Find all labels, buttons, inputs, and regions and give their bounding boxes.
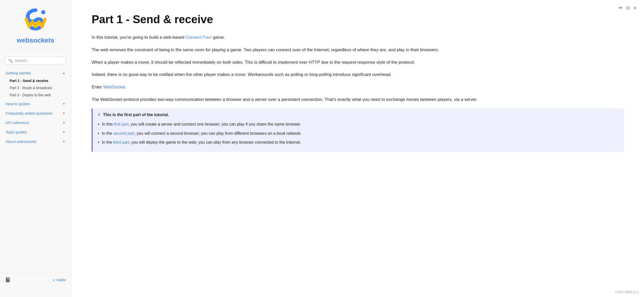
- nav-section-header-about[interactable]: About websockets ▼: [3, 137, 68, 146]
- page-title: Part 1 - Send & receive: [92, 13, 624, 26]
- search-placeholder-text: Search: [15, 58, 27, 63]
- search-icon: 🔍: [8, 59, 13, 63]
- note-item-3-before: In the: [102, 140, 113, 144]
- main-toolbar: ✏ ⊙ ≡: [619, 5, 636, 11]
- nav-section-topic: Topic guides ▼: [3, 128, 68, 136]
- sidebar-footer: 📓 v: stable: [0, 273, 71, 287]
- chevron-up-icon: ▲: [62, 71, 65, 75]
- paragraph-1: In this tutorial, you're going to build …: [92, 34, 624, 41]
- note-box-title: This is the first part of the tutorial.: [103, 113, 169, 117]
- content-body: In this tutorial, you're going to build …: [92, 34, 624, 152]
- paragraph-5: Enter WebSocket.: [92, 84, 624, 91]
- third-part-link[interactable]: third part: [113, 140, 129, 144]
- p5-text-after: .: [125, 85, 127, 89]
- first-part-link[interactable]: first part: [114, 122, 129, 126]
- p1-text-after: game.: [212, 35, 225, 40]
- chevron-down-icon-about: ▼: [62, 140, 65, 143]
- logo-text: websockets: [17, 36, 54, 44]
- connect-four-link[interactable]: Connect Four: [186, 35, 212, 40]
- note-box: ≡ This is the first part of the tutorial…: [92, 109, 624, 152]
- version-label: v: stable: [53, 278, 66, 282]
- note-item-2-after: , you will connect a second browser; you…: [134, 131, 302, 136]
- note-item-1: In this first part, you will create a se…: [98, 121, 619, 128]
- nav-section-header-api[interactable]: API reference ▼: [3, 118, 68, 127]
- logo-sockets: sockets: [30, 36, 54, 44]
- note-item-2-before: In the: [102, 131, 113, 136]
- nav-section-label-about: About websockets: [6, 139, 37, 144]
- note-list: In this first part, you will create a se…: [98, 121, 619, 146]
- chevron-down-icon-api: ▼: [62, 121, 65, 125]
- note-item-3: In the third part, you will deploy the g…: [98, 139, 619, 146]
- nav-section-header-getting-started[interactable]: Getting started ▲: [3, 69, 68, 77]
- coin-icon[interactable]: ⊙: [626, 5, 630, 11]
- edit-icon[interactable]: ✏: [619, 5, 623, 11]
- p5-text-before: Enter: [92, 85, 103, 89]
- paragraph-6: The WebSocket protocol provides two-way …: [92, 96, 624, 103]
- sidebar: websockets 🔍 Search Getting started ▲ Pa…: [0, 0, 71, 297]
- sidebar-nav: Getting started ▲ Part 1 - Send & receiv…: [0, 69, 71, 268]
- notebook-icon: 📓: [5, 277, 11, 283]
- chevron-down-icon-faq: ▼: [62, 112, 65, 115]
- nav-section-label-topic: Topic guides: [6, 130, 27, 134]
- paragraph-4: Indeed, there is no good way to be notif…: [92, 71, 624, 78]
- menu-icon[interactable]: ≡: [634, 5, 636, 11]
- logo-image: [22, 8, 50, 32]
- nav-section-label-faq: Frequently asked questions: [6, 111, 52, 115]
- note-icon: ≡: [98, 112, 101, 117]
- svg-point-0: [41, 10, 45, 14]
- nav-section-getting-started: Getting started ▲ Part 1 - Send & receiv…: [3, 69, 68, 99]
- chevron-down-icon-how-to: ▼: [62, 102, 65, 106]
- logo-area: websockets: [0, 0, 71, 49]
- note-box-header: ≡ This is the first part of the tutorial…: [98, 112, 619, 117]
- search-area[interactable]: 🔍 Search: [0, 54, 71, 69]
- nav-section-how-to: How-to guides ▼: [3, 100, 68, 108]
- p1-text-before: In this tutorial, you're going to build …: [92, 35, 186, 40]
- note-item-1-after: , you will create a server and connect o…: [129, 122, 301, 126]
- nav-section-label-how-to: How-to guides: [6, 102, 30, 106]
- search-box[interactable]: 🔍 Search: [5, 56, 66, 65]
- paragraph-3: When a player makes a move, it should be…: [92, 59, 624, 66]
- websocket-link[interactable]: WebSocket: [103, 85, 125, 89]
- nav-item-part2[interactable]: Part 2 - Route & broadcast: [7, 84, 68, 91]
- note-item-2: In the second part, you will connect a s…: [98, 130, 619, 137]
- nav-section-header-how-to[interactable]: How-to guides ▼: [3, 100, 68, 108]
- main-content: ✏ ⊙ ≡ Part 1 - Send & receive In this tu…: [71, 0, 644, 297]
- nav-sub-items-getting-started: Part 1 - Send & receive Part 2 - Route &…: [3, 77, 68, 99]
- nav-section-label-getting-started: Getting started: [6, 71, 31, 75]
- nav-section-about: About websockets ▼: [3, 137, 68, 146]
- nav-section-api: API reference ▼: [3, 118, 68, 127]
- nav-section-header-faq[interactable]: Frequently asked questions ▼: [3, 109, 68, 117]
- note-item-3-after: , you will deploy the game to the web; y…: [129, 140, 301, 144]
- nav-item-part1[interactable]: Part 1 - Send & receive: [7, 77, 68, 84]
- logo-web: web: [17, 36, 30, 44]
- second-part-link[interactable]: second part: [113, 131, 134, 136]
- paragraph-2: The web removes the constraint of being …: [92, 46, 624, 54]
- chevron-down-icon-topic: ▼: [62, 130, 65, 134]
- note-item-1-before: In this: [102, 122, 114, 126]
- nav-section-faq: Frequently asked questions ▼: [3, 109, 68, 117]
- sidebar-divider: [5, 49, 66, 50]
- nav-section-label-api: API reference: [6, 120, 29, 125]
- nav-section-header-topic[interactable]: Topic guides ▼: [3, 128, 68, 136]
- watermark: CSDN ©极客点儿: [615, 290, 639, 294]
- nav-item-part3[interactable]: Part 3 - Deploy to the web: [7, 91, 68, 99]
